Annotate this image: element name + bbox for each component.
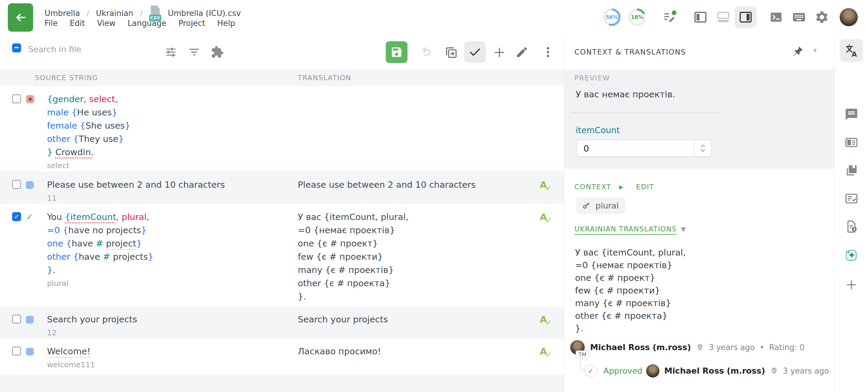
translation-cell[interactable]: Ласкаво просимо! xyxy=(298,338,540,375)
menu-project[interactable]: Project xyxy=(179,19,205,28)
list-empty-area xyxy=(0,375,564,392)
layout-bottom-panel-icon[interactable] xyxy=(716,10,731,24)
gear-icon[interactable] xyxy=(815,10,829,24)
translation-cell[interactable]: Please use between 2 and 10 characters xyxy=(298,171,540,204)
suggestion-author[interactable]: Michael Ross (m.ross) xyxy=(590,342,691,352)
source-cell[interactable]: You {itemCount, plural,=0 {have no proje… xyxy=(35,204,298,306)
user-avatar[interactable] xyxy=(840,8,858,26)
filter-icon[interactable] xyxy=(187,45,201,59)
approval-time: 3 years ago xyxy=(783,366,829,375)
menu-view[interactable]: View xyxy=(97,19,116,28)
row-checkbox[interactable] xyxy=(12,94,21,103)
item-count-input[interactable]: 0 xyxy=(576,139,712,157)
translation-cell[interactable] xyxy=(298,86,540,171)
row-checkbox[interactable]: ✓ xyxy=(12,212,21,221)
layout-right-panel-button[interactable] xyxy=(735,6,756,28)
approved-check-icon: ✓ xyxy=(584,364,597,378)
select-all-checkbox[interactable] xyxy=(12,43,21,53)
suggestion-row[interactable]: TM Michael Ross (m.ross) 3 years ago • R… xyxy=(564,340,834,356)
table-header: SOURCE STRING TRANSLATION xyxy=(0,69,564,86)
comments-icon[interactable] xyxy=(844,107,858,122)
context-translations-panel: CONTEXT & TRANSLATIONS ▾ PREVIEW У вас н… xyxy=(564,35,834,392)
translations-tab-selected[interactable]: A xyxy=(840,39,863,62)
layout-left-panel-icon[interactable] xyxy=(693,10,708,24)
tm-badge: TM xyxy=(576,351,589,359)
undo-icon[interactable] xyxy=(419,45,432,59)
add-panel-icon[interactable] xyxy=(844,278,858,292)
qa-check-icon: A✓ xyxy=(540,211,547,222)
keyboard-icon[interactable] xyxy=(792,10,806,24)
table-row[interactable]: Welcome!welcome111Ласкаво просимо!A✓ xyxy=(0,338,564,375)
breadcrumb-language[interactable]: Ukrainian xyxy=(96,9,133,18)
file-context-icon[interactable] xyxy=(844,220,858,233)
console-icon[interactable] xyxy=(769,10,783,24)
translation-cell[interactable]: Search your projects xyxy=(298,306,540,338)
terms-card-icon[interactable] xyxy=(844,136,858,150)
notification-dot xyxy=(672,10,677,15)
breadcrumb-file[interactable]: Umbrella (ICU).csv xyxy=(168,9,241,18)
approve-check-button[interactable] xyxy=(464,41,486,63)
translation-cell[interactable]: У вас {itemCount, plural,=0 {немає проек… xyxy=(298,204,540,306)
approved-progress-ring[interactable]: 18% xyxy=(628,8,646,26)
row-checkbox[interactable] xyxy=(12,347,21,356)
qa-check-icon: A✓ xyxy=(540,314,547,325)
string-list-section: SOURCE STRING TRANSLATION {gender, selec… xyxy=(0,35,564,392)
approved-label: Approved xyxy=(603,366,643,375)
crowdin-editor: Umbrella / Ukrainian / CSV Umbrella (ICU… xyxy=(0,0,868,392)
translated-progress-ring[interactable]: 56% xyxy=(603,8,621,26)
table-row[interactable]: Search your projects12Search your projec… xyxy=(0,306,564,338)
copy-source-icon[interactable] xyxy=(444,45,458,59)
panel-translation-text[interactable]: У вас {itemCount, plural,=0 {немає проек… xyxy=(575,246,686,335)
more-options-icon[interactable] xyxy=(541,45,555,59)
back-button[interactable] xyxy=(8,3,33,32)
row-checkbox[interactable] xyxy=(12,180,21,189)
string-key-chip[interactable]: plural xyxy=(576,197,625,214)
menu-help[interactable]: Help xyxy=(217,19,235,28)
plugins-puzzle-icon[interactable] xyxy=(211,45,224,59)
approval-author[interactable]: Michael Ross (m.ross) xyxy=(664,366,765,375)
header: Umbrella / Ukrainian / CSV Umbrella (ICU… xyxy=(0,0,868,36)
header-icons: 56% 18% xyxy=(597,0,868,35)
string-key: select xyxy=(47,160,289,171)
status-hidden-icon xyxy=(26,95,34,103)
menu-language[interactable]: Language xyxy=(128,19,166,28)
preview-label: PREVIEW xyxy=(575,74,610,82)
translate-icon: A xyxy=(844,43,859,58)
source-string-header: SOURCE STRING xyxy=(35,74,98,81)
search-input[interactable] xyxy=(28,44,144,54)
table-row[interactable]: Please use between 2 and 10 characters11… xyxy=(0,171,564,204)
qa-checks-icon[interactable] xyxy=(844,192,858,205)
menu-edit[interactable]: Edit xyxy=(70,19,85,28)
activity-edit-icon[interactable] xyxy=(662,10,677,24)
string-list: {gender, select,male {He uses}female {Sh… xyxy=(0,86,564,375)
add-string-icon[interactable] xyxy=(493,45,506,59)
save-button[interactable] xyxy=(386,41,407,63)
translations-dropdown[interactable]: UKRAINIAN TRANSLATIONS▼ xyxy=(575,225,686,233)
number-stepper[interactable] xyxy=(694,140,711,156)
ai-assistant-icon[interactable] xyxy=(844,248,858,262)
source-cell[interactable]: Search your projects12 xyxy=(35,306,298,338)
expand-triangle-icon[interactable]: ▶ xyxy=(619,184,624,190)
source-cell[interactable]: {gender, select,male {He uses}female {Sh… xyxy=(35,86,298,171)
source-cell[interactable]: Please use between 2 and 10 characters11 xyxy=(35,171,298,204)
source-cell[interactable]: Welcome!welcome111 xyxy=(35,338,298,375)
chevron-down-icon[interactable]: ▾ xyxy=(813,46,817,55)
breadcrumb-project[interactable]: Umbrella xyxy=(44,9,80,18)
row-checkbox[interactable] xyxy=(12,315,21,324)
translation-memory-icon[interactable] xyxy=(844,164,858,177)
menu-file[interactable]: File xyxy=(44,19,58,28)
qa-check-icon: A✓ xyxy=(540,179,547,190)
context-link[interactable]: CONTEXT xyxy=(575,183,611,191)
edit-pencil-icon[interactable] xyxy=(516,45,529,59)
table-row[interactable]: {gender, select,male {He uses}female {Sh… xyxy=(0,86,564,171)
edit-link[interactable]: EDIT xyxy=(636,183,654,191)
string-key: welcome111 xyxy=(47,359,289,370)
param-label: itemCount xyxy=(576,125,620,135)
string-key: 11 xyxy=(47,193,289,204)
table-row[interactable]: ✓✓You {itemCount, plural,=0 {have no pro… xyxy=(0,204,564,306)
status-todo-icon xyxy=(26,348,34,356)
filter-settings-icon[interactable] xyxy=(164,45,178,59)
pin-icon[interactable] xyxy=(791,45,804,58)
shield-icon xyxy=(770,367,778,375)
key-icon xyxy=(581,200,591,210)
